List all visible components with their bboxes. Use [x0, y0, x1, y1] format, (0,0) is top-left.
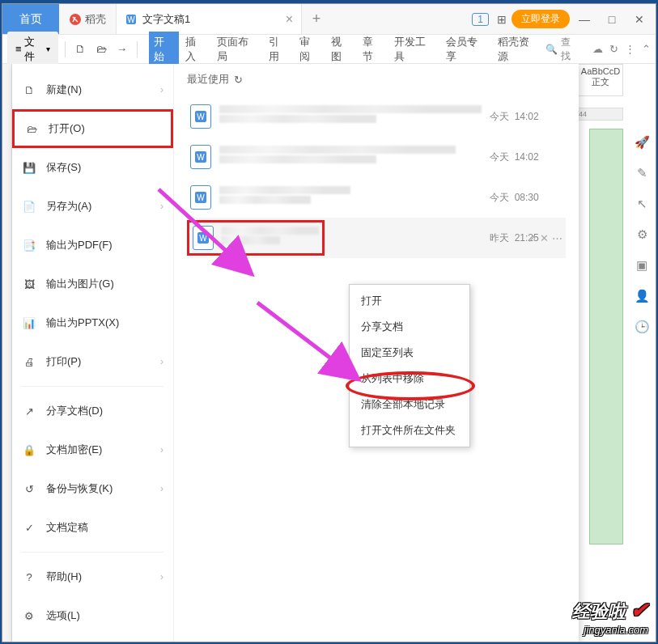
menu-img[interactable]: 🖼 输出为图片(G): [12, 265, 173, 303]
ribbon-tab-start[interactable]: 开始: [149, 32, 179, 67]
saveas-icon: 📄: [22, 199, 36, 214]
main-area: 🗋 新建(N) › 🗁 打开(O) 💾 保存(S) 📄 另存为(A) ›: [2, 64, 656, 642]
recent-file-item[interactable]: W 今天 14:02: [187, 96, 566, 137]
menu-save[interactable]: 💾 保存(S): [12, 148, 173, 187]
login-button[interactable]: 立即登录: [512, 10, 570, 28]
kebab-icon[interactable]: ⋮: [625, 43, 635, 55]
menu-options[interactable]: ⚙ 选项(L): [12, 596, 173, 635]
cloud-icon[interactable]: ☁: [592, 43, 603, 55]
recent-title: 最近使用 ↻: [187, 72, 566, 87]
file-time: 今天 08:30: [490, 191, 562, 205]
document-page-fragment[interactable]: [589, 129, 623, 544]
settings-slider-icon[interactable]: ⚙: [635, 227, 649, 242]
share-icon: ↗: [22, 404, 36, 418]
menu-new-label: 新建(N): [46, 83, 82, 97]
ctx-clear-all[interactable]: 清除全部本地记录: [350, 392, 469, 417]
ctx-pin[interactable]: 固定至列表: [350, 340, 469, 366]
cursor-icon[interactable]: ↖: [635, 197, 649, 211]
share-row-icon[interactable]: ↗: [528, 232, 537, 244]
search-icon: 🔍: [546, 44, 558, 55]
document-area: AaBbCcD 正文 44 🚀 ✎ ↖ ⚙ ▣ 👤 🕒: [575, 64, 656, 642]
app-name-label: 稻壳: [85, 12, 106, 27]
apps-grid-icon[interactable]: ⊞: [497, 13, 507, 26]
ribbon-tab-chapter[interactable]: 章节: [358, 32, 388, 67]
recent-file-item[interactable]: W 今天 14:02: [187, 137, 566, 177]
ribbon-tab-vip[interactable]: 会员专享: [441, 32, 491, 67]
tab-app-daoke[interactable]: 稻壳: [59, 4, 116, 34]
menu-help[interactable]: ? 帮助(H) ›: [12, 557, 173, 596]
refresh-icon[interactable]: ↻: [234, 74, 243, 86]
new-doc-icon[interactable]: 🗋: [72, 40, 89, 58]
sync-icon[interactable]: ↻: [609, 43, 618, 55]
file-menu-button[interactable]: ≡ 文件 ▾: [7, 32, 58, 67]
rocket-icon[interactable]: 🚀: [635, 135, 649, 150]
recent-file-item[interactable]: W 今天 08:30: [187, 177, 566, 218]
tab-document[interactable]: W 文字文稿1 ×: [116, 4, 302, 34]
search-box[interactable]: 🔍 查找: [546, 36, 579, 63]
menu-share-label: 分享文档(D): [46, 404, 103, 418]
pin-row-icon[interactable]: ✕: [540, 232, 549, 244]
ctx-share[interactable]: 分享文档: [350, 314, 469, 340]
clock-icon[interactable]: 🕒: [635, 320, 649, 334]
paragraph-style-box[interactable]: AaBbCcD 正文: [578, 64, 623, 96]
chevron-right-icon: ›: [160, 201, 163, 212]
ribbon-tab-resource[interactable]: 稻壳资源: [493, 32, 543, 67]
new-file-icon: 🗋: [22, 83, 36, 97]
ribbon-tab-view[interactable]: 视图: [326, 32, 356, 67]
gear-icon: ⚙: [22, 608, 36, 623]
menu-new[interactable]: 🗋 新建(N) ›: [12, 70, 173, 109]
watermark-url: jingyanla.com: [572, 624, 648, 636]
minimize-button[interactable]: —: [571, 7, 597, 32]
ctx-remove[interactable]: 从列表中移除: [350, 366, 469, 392]
chevron-right-icon: ›: [160, 84, 163, 95]
vertical-ruler: [2, 64, 12, 642]
menu-print[interactable]: 🖨 打印(P) ›: [12, 342, 173, 381]
menu-pptx-label: 输出为PPTX(X): [46, 316, 119, 330]
file-name-blurred: [219, 105, 482, 128]
new-tab-button[interactable]: +: [302, 4, 331, 34]
maximize-button[interactable]: □: [599, 7, 625, 32]
menu-pptx[interactable]: 📊 输出为PPTX(X): [12, 303, 173, 342]
ribbon-tab-insert[interactable]: 插入: [180, 32, 210, 67]
chevron-right-icon: ›: [160, 483, 163, 494]
collapse-icon[interactable]: ⌃: [642, 43, 651, 55]
backup-icon: ↺: [22, 481, 36, 496]
window-number-badge: 1: [472, 13, 489, 26]
menu-open[interactable]: 🗁 打开(O): [12, 109, 173, 148]
ribbon-tab-dev[interactable]: 开发工具: [389, 32, 439, 67]
more-row-icon[interactable]: ⋯: [552, 232, 562, 244]
ctx-open-folder[interactable]: 打开文件所在文件夹: [350, 417, 469, 443]
help-icon: ?: [22, 570, 36, 584]
tab-home[interactable]: 首页: [2, 4, 59, 34]
word-doc-icon: W: [190, 145, 211, 169]
ctx-open[interactable]: 打开: [350, 288, 469, 314]
chevron-down-icon: ▾: [46, 44, 50, 53]
recent-file-item-selected[interactable]: W 昨天 21:25 ↗ ✕ ⋯: [187, 218, 566, 258]
file-name-blurred: [222, 227, 319, 249]
menu-encrypt[interactable]: 🔒 文档加密(E) ›: [12, 430, 173, 469]
open-folder-icon[interactable]: 🗁: [92, 40, 109, 58]
menu-saveas[interactable]: 📄 另存为(A) ›: [12, 187, 173, 226]
ribbon-tab-layout[interactable]: 页面布局: [212, 32, 262, 67]
menu-exit[interactable]: ⇥ 退出(Q): [12, 635, 173, 642]
watermark: 经验啦 ✔ jingyanla.com: [572, 598, 648, 636]
menu-open-label: 打开(O): [49, 121, 85, 136]
menu-options-label: 选项(L): [46, 608, 80, 623]
close-window-button[interactable]: ✕: [626, 7, 652, 32]
menu-pdf[interactable]: 📑 输出为PDF(F): [12, 226, 173, 265]
forward-icon[interactable]: →: [113, 40, 130, 58]
print-icon: 🖨: [22, 354, 36, 369]
chevron-right-icon: ›: [160, 356, 163, 367]
menu-save-label: 保存(S): [46, 160, 81, 175]
menu-backup[interactable]: ↺ 备份与恢复(K) ›: [12, 469, 173, 508]
toolbar: ≡ 文件 ▾ 🗋 🗁 → 开始 插入 页面布局 引用 审阅 视图 章节 开发工具…: [2, 35, 656, 64]
close-tab-icon[interactable]: ×: [286, 12, 293, 27]
menu-share[interactable]: ↗ 分享文档(D): [12, 392, 173, 430]
ribbon-tab-review[interactable]: 审阅: [295, 32, 325, 67]
ribbon-tab-reference[interactable]: 引用: [264, 32, 294, 67]
menu-final[interactable]: ✓ 文档定稿: [12, 508, 173, 547]
user-icon[interactable]: 👤: [635, 289, 649, 303]
layers-icon[interactable]: ▣: [635, 258, 649, 273]
word-doc-icon: W: [193, 226, 214, 250]
pencil-icon[interactable]: ✎: [635, 166, 649, 180]
